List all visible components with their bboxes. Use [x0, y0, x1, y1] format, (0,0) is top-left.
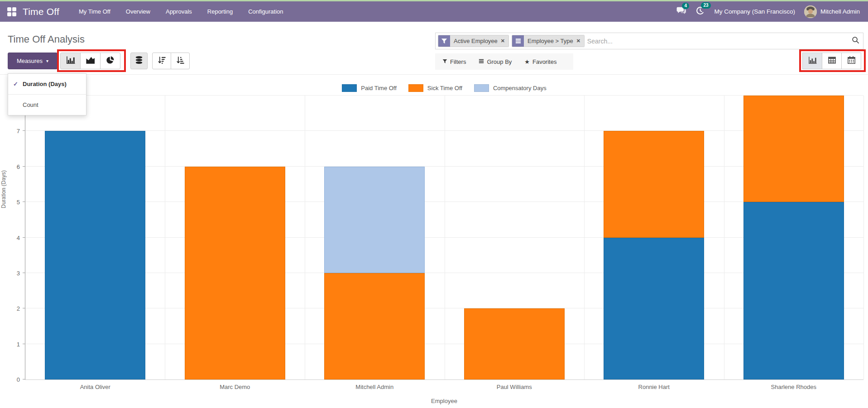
gridline-vertical	[165, 96, 165, 379]
sort-asc-button[interactable]	[171, 53, 190, 69]
user-menu[interactable]: Mitchell Admin	[804, 5, 860, 18]
activities-badge: 23	[701, 2, 710, 9]
sort-asc-icon	[176, 56, 185, 66]
menu-overview[interactable]: Overview	[118, 1, 158, 22]
gridline-vertical	[445, 96, 445, 379]
bar-segment[interactable]	[185, 167, 285, 379]
group-by-icon	[512, 35, 524, 47]
legend-label: Compensatory Days	[493, 85, 547, 91]
group-by-button[interactable]: Group By	[479, 58, 512, 65]
bar-chart-icon	[808, 56, 817, 66]
y-axis-tick-mark	[23, 344, 25, 344]
pivot-icon	[828, 56, 836, 66]
messages-badge: 4	[682, 3, 689, 9]
legend-item[interactable]: Paid Time Off	[342, 84, 397, 92]
filter-icon	[442, 58, 447, 65]
filter-icon	[438, 35, 450, 47]
star-icon: ★	[524, 58, 530, 65]
search-options-row: Filters Group By ★ Favorites	[435, 53, 573, 70]
plot-area: 012345678Anita OliverMarc DemoMitchell A…	[25, 96, 863, 380]
y-axis-tick-label: 6	[4, 163, 20, 169]
sort-desc-button[interactable]	[152, 53, 171, 69]
measures-option-duration[interactable]: ✓ Duration (Days)	[8, 76, 86, 92]
search-facet-filter[interactable]: Active Employee ✕	[438, 35, 509, 47]
legend-swatch	[408, 84, 423, 92]
control-panel-divider	[0, 74, 868, 75]
y-axis-title: Duration (Days)	[0, 170, 7, 208]
y-axis-tick-label: 1	[4, 341, 20, 347]
y-axis-tick-mark	[23, 379, 25, 379]
measures-dropdown-menu: ✓ Duration (Days) Count	[8, 73, 86, 115]
close-icon[interactable]: ✕	[576, 38, 580, 44]
filters-button[interactable]: Filters	[442, 58, 466, 65]
gridline-vertical	[584, 96, 585, 379]
measures-option-count[interactable]: Count	[8, 97, 86, 113]
messages-button[interactable]: 4	[676, 6, 686, 17]
facet-label: Active Employee	[454, 38, 498, 44]
gridline-vertical	[305, 96, 305, 379]
bar-segment[interactable]	[464, 308, 565, 379]
search-bar: Active Employee ✕ Employee > Type ✕	[435, 33, 863, 49]
bar-segment[interactable]	[324, 273, 425, 379]
legend-item[interactable]: Sick Time Off	[408, 84, 462, 92]
menu-reporting[interactable]: Reporting	[200, 1, 240, 22]
menu-divider	[8, 94, 86, 95]
check-icon: ✓	[13, 81, 18, 87]
measures-button[interactable]: Measures ▾	[8, 53, 58, 69]
sort-buttons	[152, 53, 190, 69]
bar-segment[interactable]	[743, 202, 844, 379]
menu-approvals[interactable]: Approvals	[158, 1, 200, 22]
facet-label: Employee > Type	[528, 38, 573, 44]
gridline-vertical	[724, 96, 724, 379]
main-menu: My Time Off Overview Approvals Reporting…	[71, 1, 291, 22]
pie-chart-button[interactable]	[100, 53, 120, 69]
company-switcher[interactable]: My Company (San Francisco)	[714, 8, 795, 15]
x-axis-tick-label: Ronnie Hart	[584, 384, 724, 390]
apps-menu-icon[interactable]	[7, 7, 16, 16]
caret-down-icon: ▾	[46, 58, 48, 63]
y-axis-tick-label: 7	[4, 128, 20, 134]
bar-chart-button[interactable]	[60, 53, 81, 69]
y-axis-tick-label: 3	[4, 270, 20, 276]
legend-label: Sick Time Off	[427, 85, 462, 91]
bar-segment[interactable]	[45, 131, 145, 379]
stacked-icon	[135, 56, 143, 66]
bar-segment[interactable]	[604, 131, 704, 237]
app-name[interactable]: Time Off	[23, 6, 59, 17]
bar-chart-icon	[66, 56, 75, 66]
graph-view-button[interactable]	[802, 53, 822, 69]
legend-label: Paid Time Off	[361, 85, 397, 91]
y-axis-tick-label: 4	[4, 235, 20, 240]
top-navbar: Time Off My Time Off Overview Approvals …	[0, 1, 868, 22]
y-axis-tick-mark	[23, 308, 25, 308]
calendar-view-button[interactable]	[841, 53, 861, 69]
x-axis-title: Employee	[25, 398, 863, 404]
bar-segment[interactable]	[743, 96, 844, 202]
y-axis-tick-label: 0	[4, 377, 20, 383]
close-icon[interactable]: ✕	[501, 38, 505, 44]
bar-segment[interactable]	[604, 238, 704, 380]
pivot-view-button[interactable]	[822, 53, 842, 69]
search-facet-groupby[interactable]: Employee > Type ✕	[512, 35, 585, 47]
legend-item[interactable]: Compensatory Days	[474, 84, 547, 92]
page-title: Time Off Analysis	[8, 34, 85, 45]
y-axis-tick-mark	[23, 202, 25, 202]
legend-swatch	[474, 84, 489, 92]
y-axis-tick-mark	[23, 130, 25, 131]
line-chart-button[interactable]	[80, 53, 101, 69]
view-switcher	[802, 53, 861, 69]
activities-button[interactable]: 23	[695, 6, 705, 17]
avatar	[804, 5, 817, 18]
x-axis-tick-label: Mitchell Admin	[305, 384, 444, 390]
bar-segment[interactable]	[324, 167, 425, 273]
search-input[interactable]	[587, 38, 852, 45]
menu-my-time-off[interactable]: My Time Off	[71, 1, 118, 22]
menu-configuration[interactable]: Configuration	[240, 1, 291, 22]
x-axis-tick-label: Marc Demo	[165, 384, 304, 390]
pie-chart-icon	[106, 56, 115, 66]
favorites-button[interactable]: ★ Favorites	[524, 58, 556, 65]
x-axis-tick-label: Sharlene Rhodes	[724, 384, 863, 390]
stacked-toggle-button[interactable]	[130, 53, 148, 69]
search-icon[interactable]	[852, 36, 859, 46]
gridline-vertical	[863, 96, 864, 379]
